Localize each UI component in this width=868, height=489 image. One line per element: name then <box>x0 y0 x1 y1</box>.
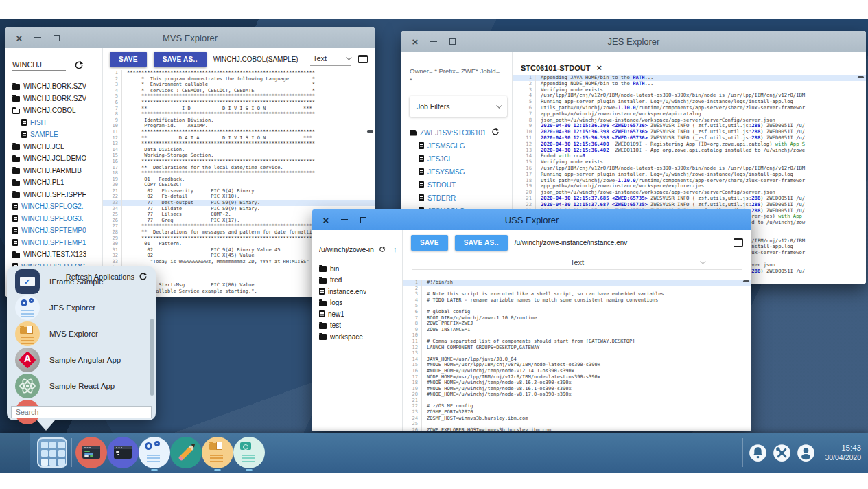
refresh-icon[interactable] <box>139 272 148 281</box>
scrollbar-thumb[interactable] <box>743 280 749 282</box>
uss-tree-item[interactable]: test <box>319 320 402 332</box>
taskbar-mvs-explorer-app[interactable] <box>202 437 233 468</box>
app-search-input[interactable] <box>11 406 152 418</box>
uss-path[interactable]: /u/winchj/zowe-in <box>319 245 374 253</box>
dataset-tree-item[interactable]: WINCHJ.PARMLIB <box>12 165 102 177</box>
tree-item-label: WINCHJ.SPFLOG3. <box>21 215 84 223</box>
refresh-icon[interactable] <box>491 128 500 137</box>
maximize-icon[interactable] <box>52 35 60 41</box>
taskbar-jes-explorer-app[interactable] <box>139 437 170 468</box>
uss-tree-item[interactable]: instance.env <box>319 286 402 297</box>
folder-icon <box>319 323 327 329</box>
dataset-tree-item[interactable]: WINCHJ.COBOL <box>12 104 102 117</box>
save-button[interactable]: SAVE <box>411 235 448 251</box>
dataset-tree-item[interactable]: WINCHJ.SPFLOG2. <box>12 201 102 213</box>
mvs-titlebar[interactable]: × MVS Explorer <box>5 27 375 48</box>
maximize-icon[interactable] <box>359 217 367 223</box>
dataset-tree-item[interactable]: WINCHJ.JCL <box>12 141 102 153</box>
job-tree-item[interactable]: STDOUT <box>410 179 506 192</box>
user-account-icon[interactable] <box>797 444 815 462</box>
tab-stc06101-stdout[interactable]: STC06101-STDOUT × <box>521 63 602 72</box>
uss-tree-item[interactable]: fred <box>319 275 402 286</box>
code-line: 17NODE_HOME=/usr/lpp/IBM/cnj/v12r0/IBM/n… <box>403 374 751 380</box>
settings-tools-icon[interactable] <box>773 444 791 462</box>
code-line: 15 Working-Storage Section. <box>103 152 375 159</box>
launcher-item-mvs-explorer[interactable]: MVS Explorer <box>15 321 149 346</box>
dataset-tree-item[interactable]: WINCHJ.SPFLOG3. <box>12 213 102 225</box>
up-directory-icon[interactable]: ↑ <box>393 245 397 253</box>
scrollbar-thumb[interactable] <box>858 76 864 78</box>
code-line: 2 <box>403 286 751 292</box>
folder-icon <box>319 266 327 272</box>
scrollbar-thumb[interactable] <box>150 319 154 396</box>
job-tree-item[interactable]: JESJCL <box>410 152 506 166</box>
uss-titlebar[interactable]: × USS Explorer <box>312 209 751 230</box>
dataset-filter-input[interactable] <box>12 59 66 71</box>
file-icon <box>319 310 325 317</box>
refresh-icon[interactable] <box>379 246 386 253</box>
dataset-tree-item[interactable]: FISH <box>12 117 102 129</box>
tree-item-label: test <box>330 321 341 329</box>
app-launcher-button[interactable] <box>37 437 67 468</box>
job-tree-item[interactable]: STDERR <box>410 192 506 205</box>
launcher-item-label: Sample Angular App <box>49 356 121 364</box>
taskbar-divider <box>71 438 72 467</box>
save-button[interactable]: SAVE <box>110 52 147 67</box>
window-controls: × <box>15 27 60 48</box>
syntax-mode-select[interactable]: Text <box>412 255 742 270</box>
refresh-icon[interactable] <box>74 60 84 70</box>
code-line: 6# global config <box>403 309 751 315</box>
uss-code-editor[interactable]: 1#!/bin/sh23# Note this script is execut… <box>403 280 751 431</box>
launcher-item-sample-angular-app[interactable]: ASample Angular App <box>15 348 149 372</box>
job-tree-item[interactable]: JESYSMSG <box>410 166 506 179</box>
dataset-tree-item[interactable]: WINCHJ.JCL.DEMO <box>12 152 102 165</box>
window-controls: × <box>411 31 456 52</box>
tree-item-label: WINCHJ.BORK.SZV <box>23 95 86 102</box>
dataset-tree-item[interactable]: SAMPLE <box>12 128 102 141</box>
uss-tree-item[interactable]: workspace <box>319 331 402 343</box>
dataset-tree-item[interactable]: WINCHJ.BORK.SZV <box>12 80 102 93</box>
taskbar-code-editor-app[interactable] <box>75 437 107 468</box>
code-line: 15#NODE_HOME=/usr/lpp/IBM/cnj/v8r0/IBM/n… <box>403 362 751 368</box>
dataset-tree-item[interactable]: WINCHJ.SPFTEMP0 <box>12 225 102 237</box>
dataset-tree-item[interactable]: WINCHJ.TEST.X123 <box>12 249 102 261</box>
jes-titlebar[interactable]: × JES Explorer <box>401 31 866 52</box>
minimize-icon[interactable] <box>430 41 438 42</box>
scrollbar-thumb[interactable] <box>367 130 373 133</box>
taskbar-editor-app[interactable] <box>170 437 202 468</box>
close-icon[interactable]: × <box>15 33 23 43</box>
dataset-tree-item[interactable]: WINCHJ.BORK.SZV <box>12 93 102 105</box>
job-filters-dropdown[interactable]: Job Filters <box>410 96 507 117</box>
minimize-icon[interactable] <box>34 37 42 38</box>
close-icon[interactable]: × <box>322 215 330 225</box>
notifications-bell-icon[interactable] <box>749 444 767 462</box>
save-as-button[interactable]: SAVE AS.. <box>154 52 207 67</box>
tree-item-label: bin <box>330 265 339 273</box>
launcher-item-jes-explorer[interactable]: JES Explorer <box>15 295 149 320</box>
uss-tree-item[interactable]: bin <box>319 263 402 275</box>
uss-toolbar: SAVE SAVE AS.. /u/winchj/zowe-instance/i… <box>403 230 751 255</box>
save-as-button[interactable]: SAVE AS.. <box>455 235 508 251</box>
open-in-new-icon[interactable] <box>358 55 368 63</box>
close-icon[interactable]: × <box>411 36 419 47</box>
taskbar-uss-explorer-app[interactable] <box>233 437 265 468</box>
dataset-tree-item[interactable]: WINCHJ.PL1 <box>12 177 102 189</box>
taskbar-terminal-app[interactable] <box>107 437 139 468</box>
dataset-tree-item[interactable]: WINCHJ.SPFTEMP1 <box>12 237 102 249</box>
uss-tree-item[interactable]: new1 <box>319 308 402 320</box>
dataset-tree-item[interactable]: WINCHJ.SPF.ISPPF <box>12 189 102 201</box>
job-tree-item[interactable]: ZWEJ1SV:STC06101 <box>410 126 506 139</box>
file-icon <box>419 142 424 149</box>
syntax-mode-select[interactable]: Text <box>310 53 351 66</box>
open-in-new-icon[interactable] <box>734 238 743 247</box>
job-tree-item[interactable]: JESMSGLG <box>410 139 506 152</box>
maximize-icon[interactable] <box>448 38 456 45</box>
tree-item-label: ZWEJ1SV:STC06101 <box>420 129 486 137</box>
close-icon[interactable]: × <box>596 63 602 72</box>
minimize-icon[interactable] <box>340 219 349 220</box>
mvs-sidebar: WINCHJ.BORK.SZVWINCHJ.BORK.SZVWINCHJ.COB… <box>5 48 103 297</box>
jes-tabbar: STC06101-STDOUT × <box>513 52 866 75</box>
code-line: 14 Data Division. <box>103 147 375 153</box>
launcher-item-sample-react-app[interactable]: Sample React App <box>15 374 149 398</box>
uss-tree-item[interactable]: logs <box>319 297 402 309</box>
